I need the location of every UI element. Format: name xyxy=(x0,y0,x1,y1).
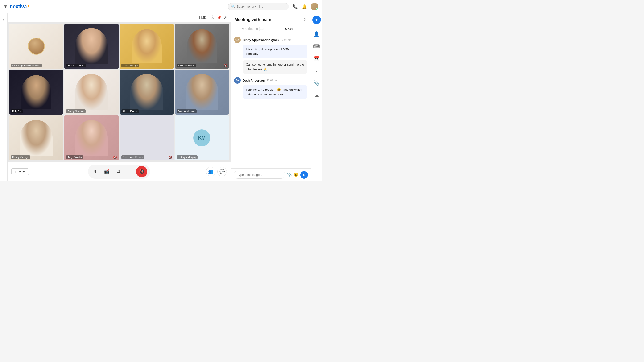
grid-icon[interactable]: ⊞ xyxy=(4,4,7,9)
view-button[interactable]: ⊞ View xyxy=(11,168,29,175)
video-controls: ⊞ View 🎙 📷 🖥 ··· 📵 👥 💬 xyxy=(8,162,230,181)
meeting-time: 11:52 xyxy=(198,16,207,20)
tab-chat[interactable]: Chat xyxy=(271,25,307,33)
chat-bubble-2a: I can help, no problem 😀 hang on while I… xyxy=(242,85,308,99)
emoji-icon[interactable]: 🙂 xyxy=(294,172,298,177)
bell-icon[interactable]: 🔔 xyxy=(302,4,307,9)
participant-label-alex: Alex Anderson xyxy=(176,64,196,68)
logo: nextiva xyxy=(10,4,30,10)
panel-title-row: Meeting with team ✕ xyxy=(234,17,307,22)
video-cell-dulce: Dulce Mango xyxy=(120,24,174,69)
tab-participants[interactable]: Participants (12) xyxy=(234,25,271,33)
panel-title: Meeting with team xyxy=(234,17,271,22)
video-cell-josh: Josh Anderson xyxy=(175,70,229,115)
chat-input-area: 📎 🙂 ➤ xyxy=(231,168,311,181)
logo-dot xyxy=(28,5,30,6)
video-cell-amy: Amy Dokidis 🔇 xyxy=(64,115,118,160)
video-cell-billy: Billy Bai xyxy=(9,70,64,115)
more-button[interactable]: ··· xyxy=(125,167,134,176)
control-pills: 🎙 📷 🖥 ··· 📵 xyxy=(88,164,150,179)
chat-meta-1: CA Cindy Applesworth (you) 12:08 pm xyxy=(234,36,308,43)
chevron-right-icon: › xyxy=(3,18,4,22)
paperclip-icon[interactable]: 📎 xyxy=(312,79,321,87)
participants-button[interactable]: 👥 xyxy=(206,167,216,176)
calendar-icon[interactable]: 📅 xyxy=(312,54,321,63)
expand-icon[interactable]: ⤢ xyxy=(224,15,227,20)
chat-avatar-josh: JA xyxy=(234,77,241,84)
phone-icon[interactable]: 📞 xyxy=(293,4,298,9)
mic-button[interactable]: 🎙 xyxy=(91,167,100,176)
video-cell-corey: Corey Stanton xyxy=(64,70,118,115)
chat-avatar-cindy: CA xyxy=(234,36,241,43)
chat-sender-cindy: Cindy Applesworth (you) xyxy=(242,38,279,42)
chat-meta-2: JA Josh Anderson 12:09 pm xyxy=(234,77,308,84)
right-panel: Meeting with team ✕ Participants (12) Ch… xyxy=(230,13,311,181)
search-icon: 🔍 xyxy=(231,5,235,8)
attachment-icon[interactable]: 📎 xyxy=(287,172,292,177)
far-right-sidebar: + 👤 ⌨ 📅 ☑ 📎 ☁ xyxy=(311,13,322,181)
participant-label-dulce: Dulce Mango xyxy=(122,64,140,68)
participant-label-albert: Albert Flores xyxy=(122,109,139,113)
participant-label-cindy: Cindy Applesworth (you) xyxy=(11,64,42,68)
send-button[interactable]: ➤ xyxy=(300,171,308,179)
avatar[interactable] xyxy=(311,3,318,10)
camera-button[interactable]: 📷 xyxy=(102,167,112,176)
video-area: 11:52 ⓘ 📌 ⤢ Cindy Applesworth (you) xyxy=(8,13,230,181)
search-bar[interactable]: 🔍 xyxy=(228,3,289,10)
screenshare-button[interactable]: 🖥 xyxy=(114,167,123,176)
add-button[interactable]: + xyxy=(312,16,321,24)
sidebar-toggle[interactable]: › xyxy=(0,13,8,181)
cloud-icon[interactable]: ☁ xyxy=(313,91,320,100)
main-layout: › 11:52 ⓘ 📌 ⤢ Cindy Applesworth (you) xyxy=(0,13,322,181)
info-icon[interactable]: ⓘ xyxy=(210,15,214,20)
tasks-icon[interactable]: ☑ xyxy=(313,66,320,75)
video-grid: Cindy Applesworth (you) Bessie Cooper Du… xyxy=(8,22,230,162)
mute-indicator-amy: 🔇 xyxy=(113,156,117,159)
video-cell-cheyenne: Cheyenne Kenter 🔇 xyxy=(120,115,174,160)
chat-time-1: 12:08 pm xyxy=(280,38,291,41)
chat-message-1: CA Cindy Applesworth (you) 12:08 pm Inte… xyxy=(234,36,308,74)
chat-button[interactable]: 💬 xyxy=(217,167,227,176)
video-toolbar: 11:52 ⓘ 📌 ⤢ xyxy=(8,13,230,22)
chat-area: CA Cindy Applesworth (you) 12:08 pm Inte… xyxy=(231,33,311,168)
panel-tabs: Participants (12) Chat xyxy=(234,25,307,33)
video-cell-cindy: Cindy Applesworth (you) xyxy=(9,24,64,69)
online-indicator xyxy=(316,8,318,10)
nav-icons: 📞 🔔 xyxy=(293,3,318,10)
grid-view-icon: ⊞ xyxy=(15,170,18,174)
participant-label-corey: Corey Stanton xyxy=(66,109,85,113)
mute-indicator-cheyenne: 🔇 xyxy=(168,156,172,159)
mute-indicator-alex: 🔇 xyxy=(224,64,227,68)
participant-label-kasey: Kasey George xyxy=(11,155,30,159)
contact-icon[interactable]: 👤 xyxy=(312,30,321,38)
keypad-icon[interactable]: ⌨ xyxy=(312,42,321,50)
video-cell-albert: Albert Flores xyxy=(120,70,174,115)
chat-sender-josh: Josh Anderson xyxy=(242,79,265,82)
panel-close-button[interactable]: ✕ xyxy=(304,17,307,22)
chat-time-2: 12:09 pm xyxy=(266,79,278,82)
end-call-button[interactable]: 📵 xyxy=(136,166,147,177)
video-cell-kasey: Kasey George xyxy=(9,115,64,160)
video-cell-bessie: Bessie Cooper xyxy=(64,24,118,69)
participant-label-bessie: Bessie Cooper xyxy=(66,64,86,68)
chat-message-2: JA Josh Anderson 12:09 pm I can help, no… xyxy=(234,77,308,99)
logo-text: nextiva xyxy=(10,4,27,10)
search-input[interactable] xyxy=(237,5,284,8)
participant-label-josh: Josh Anderson xyxy=(176,109,196,113)
right-ctrl-btns: 👥 💬 xyxy=(206,167,227,176)
video-cell-kathryn: KM Kathryn Murphy xyxy=(175,115,229,160)
participant-label-billy: Billy Bai xyxy=(11,109,23,113)
chat-bubble-1b: Can someone jump in here or send me the … xyxy=(242,60,308,74)
participant-label-amy: Amy Dokidis xyxy=(66,155,83,159)
participant-label-kathryn: Kathryn Murphy xyxy=(176,155,198,159)
view-label: View xyxy=(19,170,26,174)
pin-icon[interactable]: 📌 xyxy=(217,15,221,20)
participant-label-cheyenne: Cheyenne Kenter xyxy=(122,155,144,159)
topnav: ⊞ nextiva 🔍 📞 🔔 xyxy=(0,0,322,13)
panel-header: Meeting with team ✕ Participants (12) Ch… xyxy=(231,13,311,33)
chat-bubble-1a: Interesting development at ACME company xyxy=(242,44,308,58)
chat-input[interactable] xyxy=(234,171,285,179)
video-cell-alex: Alex Anderson 🔇 xyxy=(175,24,229,69)
